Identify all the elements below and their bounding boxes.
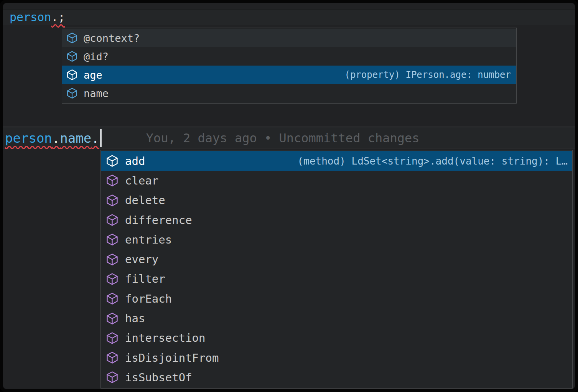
suggestion-label: @id? <box>84 51 109 63</box>
suggestion-label: difference <box>125 214 192 227</box>
suggestion-label: @context? <box>84 32 140 44</box>
error-squiggle: person.name. <box>5 130 99 146</box>
symbol-method-icon <box>106 351 119 364</box>
current-line-highlight-bottom: person.name. You, 2 days ago • Uncommitt… <box>3 127 575 149</box>
suggestion-label: isDisjointFrom <box>125 351 219 364</box>
screenshot-frame: person.; person.name. You, 2 days ago • … <box>0 0 578 392</box>
suggestion-item-delete[interactable]: delete <box>101 191 572 210</box>
suggestion-label: clear <box>125 174 158 187</box>
suggestion-item-add[interactable]: add(method) LdSet<string>.add(value: str… <box>101 151 572 171</box>
symbol-field-icon <box>66 32 78 44</box>
symbol-method-icon <box>106 214 119 226</box>
suggestion-item-intersection[interactable]: intersection <box>101 328 572 348</box>
suggestion-label: add <box>125 155 145 168</box>
symbol-method-icon <box>106 312 119 325</box>
suggestion-item-age[interactable]: age(property) IPerson.age: number <box>62 66 516 84</box>
symbol-method-icon <box>106 253 119 266</box>
symbol-field-icon <box>66 87 78 99</box>
code-line-person-semicolon[interactable]: person.; <box>10 10 65 25</box>
suggestion-label: every <box>125 253 158 266</box>
suggestion-label: name <box>84 87 109 99</box>
symbol-method-icon <box>106 371 119 384</box>
suggestion-item-context[interactable]: @context? <box>62 29 516 47</box>
suggestion-label: entries <box>125 233 172 246</box>
symbol-method-icon <box>106 332 119 344</box>
suggestion-item-difference[interactable]: difference <box>101 210 572 230</box>
suggestion-item-every[interactable]: every <box>101 249 572 269</box>
code-token-punct: . <box>52 130 60 146</box>
code-line-person-name[interactable]: person.name. <box>5 128 99 148</box>
suggestion-label: age <box>84 69 102 81</box>
code-token-punct: . <box>91 130 99 146</box>
code-token-punct: .; <box>51 10 65 24</box>
code-token-variable: person <box>5 130 52 146</box>
symbol-method-icon <box>106 174 119 187</box>
suggestion-item-name[interactable]: name <box>62 84 516 102</box>
text-cursor <box>100 129 102 147</box>
suggestion-label: filter <box>125 272 165 285</box>
symbol-method-icon <box>106 155 119 167</box>
suggestion-label: forEach <box>125 292 172 305</box>
error-squiggle: .; <box>51 10 65 24</box>
symbol-method-icon <box>106 292 119 305</box>
suggestion-item-isdisjointfrom[interactable]: isDisjointFrom <box>101 348 572 367</box>
symbol-method-icon <box>106 233 119 246</box>
suggestion-item-foreach[interactable]: forEach <box>101 289 572 308</box>
suggest-widget-top: @context?@id?age(property) IPerson.age: … <box>62 28 517 104</box>
symbol-field-icon <box>66 51 78 62</box>
code-token-property: name <box>60 130 91 146</box>
suggestion-detail: (method) LdSet<string>.add(value: string… <box>298 155 568 167</box>
suggestion-label: has <box>125 312 145 325</box>
suggestion-label: delete <box>125 194 165 207</box>
suggestion-item-filter[interactable]: filter <box>101 269 572 289</box>
suggestion-item-has[interactable]: has <box>101 308 572 328</box>
suggestion-item-entries[interactable]: entries <box>101 230 572 249</box>
suggestion-detail: (property) IPerson.age: number <box>345 69 511 80</box>
suggestion-item-issubsetof[interactable]: isSubsetOf <box>101 367 572 387</box>
symbol-field-icon <box>66 69 78 81</box>
suggestion-label: isSubsetOf <box>125 371 192 384</box>
suggestion-item-id[interactable]: @id? <box>62 47 516 66</box>
symbol-method-icon <box>106 273 119 285</box>
current-line-highlight-top: person.; <box>3 9 575 25</box>
suggestion-label: intersection <box>125 331 206 344</box>
code-token-variable: person <box>10 10 51 24</box>
git-blame-annotation: You, 2 days ago • Uncommitted changes <box>146 131 420 145</box>
symbol-method-icon <box>106 194 119 207</box>
suggestion-item-clear[interactable]: clear <box>101 171 572 190</box>
code-editor[interactable]: person.; person.name. You, 2 days ago • … <box>3 3 575 389</box>
suggest-widget-bottom: add(method) LdSet<string>.add(value: str… <box>100 150 573 389</box>
